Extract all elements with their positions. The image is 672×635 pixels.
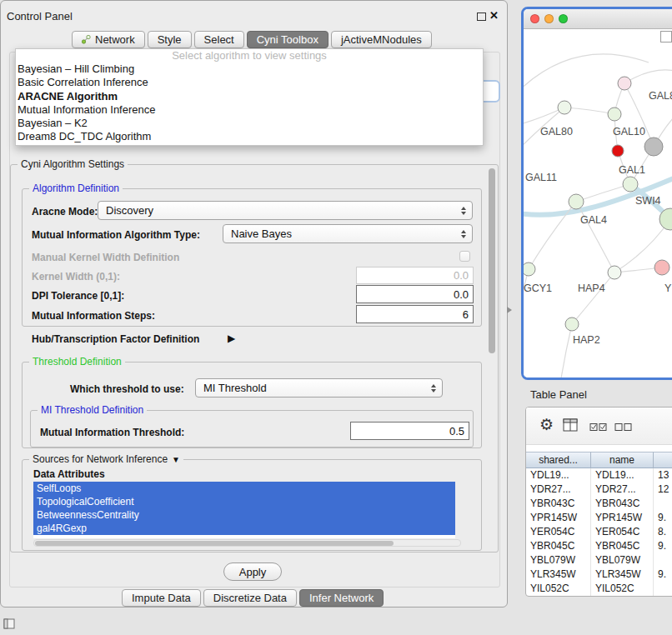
kernel-width-field[interactable]: 0.0: [356, 267, 474, 284]
close-traffic-light-icon[interactable]: [530, 14, 539, 23]
table-cell: [654, 553, 672, 568]
tab-impute-data[interactable]: Impute Data: [122, 589, 201, 607]
table-row[interactable]: YLR345WYLR345W9.: [526, 568, 672, 582]
network-node[interactable]: [618, 77, 631, 90]
network-edge[interactable]: [564, 108, 614, 114]
table-column-header-name[interactable]: name: [591, 452, 654, 468]
table-cell: YBR043C: [526, 497, 591, 511]
network-window-titlebar[interactable]: [524, 9, 672, 29]
algorithm-definition-legend: Algorithm Definition: [29, 182, 123, 194]
kernel-width-value: 0.0: [454, 269, 469, 282]
attribute-item-gal4rgexp[interactable]: gal4RGexp: [33, 522, 455, 535]
float-window-icon[interactable]: [477, 12, 486, 21]
table-column-header-2[interactable]: [654, 452, 672, 468]
aracne-mode-select[interactable]: Discovery: [98, 201, 473, 220]
table-cell: YBL079W: [526, 553, 591, 568]
table-row[interactable]: YDR27...YDR27...12: [526, 482, 672, 497]
mi-steps-value: 6: [463, 308, 469, 321]
attribute-item-betweennesscentrality[interactable]: BetweennessCentrality: [33, 508, 455, 522]
network-edge[interactable]: [524, 54, 649, 94]
mi-threshold-field[interactable]: 0.5: [350, 422, 469, 440]
table-panel: ⚙ shared...name YDL19...YDL19...13YDR27.…: [525, 407, 672, 597]
hub-expand-arrow-icon[interactable]: ▶: [228, 332, 235, 344]
column-selector-icon[interactable]: [563, 418, 578, 435]
network-node[interactable]: [558, 101, 571, 114]
network-node[interactable]: [644, 138, 663, 156]
mi-steps-field[interactable]: 6: [356, 305, 474, 323]
minimize-traffic-light-icon[interactable]: [544, 14, 554, 23]
table-cell: YIL052C: [591, 582, 654, 596]
table-cell: YBL079W: [591, 553, 654, 568]
tab-infer-network[interactable]: Infer Network: [299, 589, 384, 607]
network-node[interactable]: [608, 266, 621, 279]
data-attributes-list[interactable]: SelfLoopsTopologicalCoefficientBetweenne…: [33, 482, 455, 538]
select-all-rows-icon[interactable]: [589, 421, 608, 436]
dpi-tolerance-field[interactable]: 0.0: [356, 285, 474, 303]
network-node[interactable]: [608, 108, 621, 121]
settings-scrollbar[interactable]: [488, 167, 497, 550]
table-row[interactable]: YBL079WYBL079W: [526, 553, 672, 568]
sources-legend-text: Sources for Network Inference: [33, 453, 168, 465]
tab-discretize-data[interactable]: Discretize Data: [203, 589, 297, 607]
network-node-label: SWI4: [635, 195, 661, 207]
sources-collapse-arrow-icon[interactable]: ▼: [172, 455, 180, 464]
table-cell: YPR145W: [526, 511, 591, 525]
table-row[interactable]: YPR145WYPR145W9.: [526, 511, 672, 525]
table-cell: YDL19...: [591, 468, 654, 482]
attributes-hscrollbar-thumb[interactable]: [35, 541, 394, 546]
network-edge[interactable]: [560, 324, 572, 378]
algorithm-option-aracne-algorithm[interactable]: ARACNE Algorithm: [16, 90, 483, 103]
zoom-traffic-light-icon[interactable]: [559, 14, 568, 23]
table-row[interactable]: YER054CYER054C8.: [526, 525, 672, 539]
tab-jactivemnodules[interactable]: jActiveMNodules: [331, 31, 432, 48]
network-node[interactable]: [612, 145, 624, 157]
close-window-icon[interactable]: ✕: [489, 9, 499, 22]
attribute-item-topologicalcoefficient[interactable]: TopologicalCoefficient: [33, 495, 455, 508]
table-row[interactable]: YDL19...YDL19...13: [526, 468, 672, 482]
mi-threshold-value: 0.5: [449, 425, 464, 438]
table-row[interactable]: YIL052CYIL052C: [526, 582, 672, 596]
table-row[interactable]: YBR045CYBR045C9.: [526, 539, 672, 553]
cyni-algorithm-settings-legend: Cyni Algorithm Settings: [18, 158, 128, 170]
tab-network[interactable]: Network: [72, 31, 145, 48]
network-node[interactable]: [565, 318, 579, 331]
tab-select[interactable]: Select: [194, 31, 244, 48]
which-threshold-select[interactable]: MI Threshold: [195, 378, 443, 398]
network-edge[interactable]: [624, 70, 672, 83]
restore-panel-icon[interactable]: [3, 618, 15, 632]
algorithm-option-basic-correlation-inference[interactable]: Basic Correlation Inference: [16, 76, 483, 89]
gear-icon[interactable]: ⚙: [539, 415, 554, 434]
algorithm-option-mutual-information-inference[interactable]: Mutual Information Inference: [16, 103, 483, 117]
settings-scrollbar-thumb[interactable]: [489, 168, 495, 353]
table-cell: YDR27...: [591, 482, 654, 497]
mi-algorithm-type-select[interactable]: Naive Bayes: [223, 224, 473, 243]
table-cell: YBR045C: [591, 539, 654, 553]
attribute-item-selfloops[interactable]: SelfLoops: [33, 482, 455, 495]
window-traffic-lights: [530, 14, 568, 23]
network-node[interactable]: [569, 194, 584, 209]
network-node-label: GAL4: [580, 214, 607, 226]
network-edge[interactable]: [572, 272, 614, 324]
network-edge[interactable]: [576, 202, 614, 272]
birdseye-toggle-icon[interactable]: [660, 31, 672, 42]
deselect-all-rows-icon[interactable]: [614, 421, 633, 436]
apply-button[interactable]: Apply: [223, 562, 282, 581]
algorithm-option-dream8-dc-tdc-algorithm[interactable]: Dream8 DC_TDC Algorithm: [16, 130, 483, 143]
table-row[interactable]: YBR043CYBR043C: [526, 497, 672, 511]
stepper-icon: [427, 384, 439, 392]
tab-label: Select: [204, 33, 234, 46]
dpi-tolerance-label: DPI Tolerance [0,1]:: [32, 290, 124, 302]
network-canvas[interactable]: GAL8GAL80GAL10GAL11GAL1SWI4GAL4GCY1HAP4Y…: [524, 29, 672, 378]
tab-style[interactable]: Style: [148, 31, 192, 48]
table-cell: YDR27...: [526, 482, 591, 497]
algorithm-option-bayesian-hill-climbing[interactable]: Bayesian – Hill Climbing: [16, 62, 483, 76]
manual-kernel-width-checkbox[interactable]: [459, 251, 470, 262]
algorithm-option-bayesian-k2[interactable]: Bayesian – K2: [16, 117, 483, 130]
network-node[interactable]: [524, 262, 535, 276]
splitter-collapse-icon[interactable]: [507, 307, 512, 313]
network-node[interactable]: [654, 260, 669, 275]
table-column-header-shared[interactable]: shared...: [526, 452, 591, 468]
network-node[interactable]: [623, 177, 638, 192]
attributes-hscrollbar[interactable]: [33, 539, 461, 547]
tab-cyni-toolbox[interactable]: Cyni Toolbox: [247, 31, 328, 48]
